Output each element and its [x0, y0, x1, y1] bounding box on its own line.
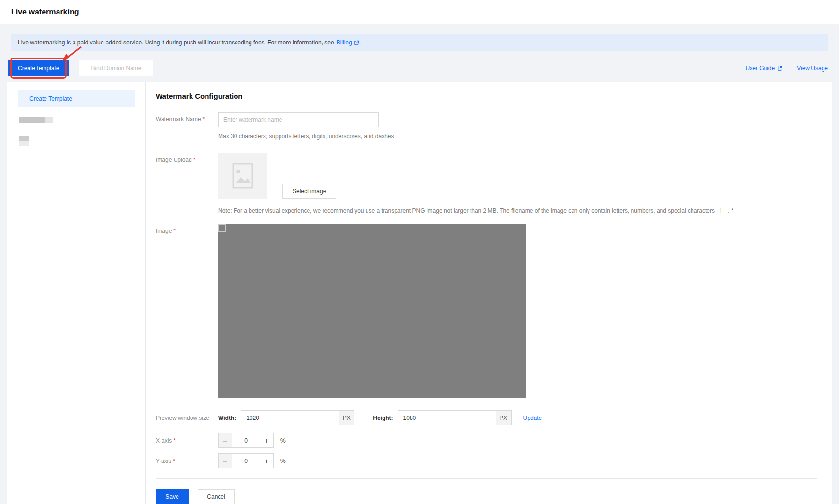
- sidebar-item-redacted[interactable]: [19, 136, 29, 146]
- y-axis-increase-button[interactable]: +: [260, 453, 274, 468]
- watermark-name-label: Watermark Name*: [156, 112, 218, 123]
- preview-window-size-label: Preview window size: [156, 415, 218, 421]
- watermark-drag-handle[interactable]: [218, 224, 226, 232]
- view-usage-link[interactable]: View Usage: [797, 65, 828, 72]
- minus-icon: –: [223, 457, 227, 465]
- plus-icon: +: [265, 437, 268, 445]
- required-asterisk: *: [173, 458, 175, 464]
- y-axis-unit: %: [280, 458, 286, 464]
- y-axis-input[interactable]: [232, 453, 260, 468]
- content-panel: Create Template Watermark Configuration …: [7, 82, 832, 504]
- form-actions: Save Cancel: [156, 489, 817, 504]
- toolbar-links: User Guide View Usage: [745, 65, 828, 72]
- image-upload-note: Note: For a better visual experience, we…: [218, 207, 817, 214]
- form-divider: [156, 478, 817, 479]
- x-axis-input[interactable]: [232, 433, 260, 448]
- sidebar-item-create-template[interactable]: Create Template: [18, 90, 135, 107]
- watermark-name-input[interactable]: [218, 112, 379, 127]
- template-sidebar: Create Template: [7, 82, 146, 504]
- x-axis-label: X-axis*: [156, 437, 218, 444]
- update-link[interactable]: Update: [523, 415, 542, 421]
- height-input[interactable]: [398, 410, 496, 425]
- width-input[interactable]: [241, 410, 339, 425]
- y-axis-row: Y-axis* – + %: [156, 453, 817, 468]
- save-button[interactable]: Save: [156, 489, 189, 504]
- required-asterisk: *: [173, 228, 176, 234]
- select-image-button[interactable]: Select image: [282, 184, 336, 199]
- section-title: Watermark Configuration: [156, 92, 817, 100]
- external-link-icon: [354, 40, 359, 45]
- image-upload-row: Image Upload* Select image Note: For a b…: [156, 153, 817, 214]
- page-title: Live watermarking: [11, 8, 79, 16]
- x-axis-unit: %: [280, 437, 286, 444]
- image-preview-row: Image*: [156, 224, 817, 398]
- plus-icon: +: [265, 457, 268, 465]
- image-upload-dropzone[interactable]: [218, 153, 267, 199]
- watermark-name-help: Max 30 characters; supports letters, dig…: [218, 133, 817, 140]
- image-label: Image*: [156, 224, 218, 234]
- bind-domain-name-button[interactable]: Bind Domain Name: [79, 60, 153, 76]
- toolbar: Create template Bind Domain Name User Gu…: [8, 59, 828, 77]
- y-axis-label: Y-axis*: [156, 458, 218, 464]
- create-template-annotated: Create template: [8, 60, 69, 76]
- user-guide-link[interactable]: User Guide: [745, 65, 782, 72]
- create-template-button[interactable]: Create template: [8, 60, 69, 76]
- width-unit: PX: [339, 410, 354, 425]
- height-label: Height:: [373, 415, 393, 421]
- watermark-preview-canvas: [218, 224, 526, 398]
- banner-suffix: .: [359, 39, 361, 46]
- required-asterisk: *: [193, 157, 196, 163]
- image-upload-label: Image Upload*: [156, 153, 218, 163]
- watermark-name-row: Watermark Name* Max 30 characters; suppo…: [156, 112, 817, 140]
- cancel-button[interactable]: Cancel: [198, 489, 235, 504]
- width-label: Width:: [218, 415, 236, 421]
- height-unit: PX: [496, 410, 512, 425]
- y-axis-decrease-button[interactable]: –: [218, 453, 232, 468]
- x-axis-increase-button[interactable]: +: [260, 433, 274, 448]
- x-axis-row: X-axis* – + %: [156, 433, 817, 448]
- image-placeholder-icon: [232, 163, 253, 189]
- sidebar-item-redacted[interactable]: [19, 117, 145, 123]
- minus-icon: –: [223, 437, 227, 445]
- top-header: Live watermarking: [0, 0, 839, 24]
- watermark-configuration-form: Watermark Configuration Watermark Name* …: [146, 82, 832, 504]
- x-axis-decrease-button[interactable]: –: [218, 433, 232, 448]
- banner-text: Live watermarking is a paid value-added …: [18, 39, 334, 46]
- required-asterisk: *: [203, 116, 205, 123]
- preview-window-size-row: Preview window size Width: PX Height: PX…: [156, 410, 817, 425]
- required-asterisk: *: [173, 437, 176, 444]
- external-link-icon: [777, 66, 782, 71]
- billing-link[interactable]: Billing: [337, 39, 359, 46]
- info-banner: Live watermarking is a paid value-added …: [11, 34, 828, 51]
